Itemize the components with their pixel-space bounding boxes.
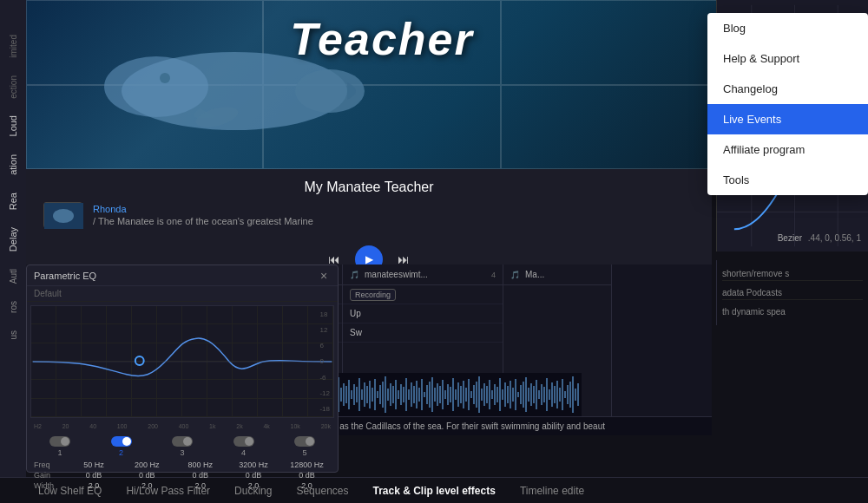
eq-preset-label: Default (34, 289, 62, 298)
eq-band-4-toggle[interactable] (233, 436, 254, 447)
svg-rect-219 (554, 386, 556, 403)
band-5-width: 2.0 (283, 481, 331, 490)
svg-rect-174 (437, 383, 438, 406)
eq-band-5-toggle[interactable] (294, 436, 315, 447)
dropdown-item-tools[interactable]: Tools (707, 165, 868, 195)
track-name-4: manateeswimt... (365, 270, 428, 279)
svg-rect-204 (515, 379, 516, 410)
svg-rect-155 (387, 389, 389, 401)
svg-rect-173 (434, 388, 436, 402)
right-item-3-label: th dynamic spea (722, 307, 786, 317)
eq-band-5-num: 5 (302, 448, 306, 457)
svg-rect-156 (390, 383, 391, 406)
up-label: Up (350, 309, 361, 318)
track-num-4: 4 (491, 271, 496, 279)
svg-rect-185 (465, 388, 467, 402)
svg-rect-206 (520, 385, 522, 404)
svg-rect-140 (348, 380, 350, 409)
svg-rect-178 (447, 384, 449, 405)
band-3-gain: 0 dB (176, 471, 224, 480)
sidebar-label-4: ation (8, 154, 18, 175)
sidebar-label-7: Autl (9, 269, 18, 284)
band-4-freq: 3200 Hz (230, 461, 278, 469)
db-n18: -18 (319, 405, 330, 413)
dropdown-item-blog[interactable]: Blog (707, 13, 868, 43)
svg-rect-169 (424, 392, 425, 397)
svg-rect-149 (372, 388, 373, 402)
tab-track-clip[interactable]: Track & Clip level effects (360, 478, 507, 504)
svg-rect-157 (392, 386, 394, 403)
svg-rect-187 (470, 391, 472, 398)
svg-rect-176 (442, 380, 444, 409)
svg-rect-161 (403, 387, 404, 402)
eq-band-2: 2 (95, 436, 148, 457)
svg-rect-168 (421, 379, 423, 410)
eq-band-5: 5 (279, 436, 331, 457)
bezier-value-label: Bezier .44, 0, 0.56, 1 (778, 233, 861, 243)
eq-band-3-num: 3 (180, 448, 184, 457)
band-1-freq: 50 Hz (69, 461, 117, 469)
band-2-width: 2.0 (123, 481, 171, 490)
right-item-1-label: shorten/remove s (722, 269, 789, 278)
svg-rect-226 (572, 376, 574, 413)
svg-rect-228 (577, 383, 579, 406)
eq-gain-row: Gain 0 dB 0 dB 0 dB 0 dB 0 dB (34, 471, 331, 480)
db-n12: -12 (319, 389, 330, 397)
svg-rect-205 (517, 392, 519, 397)
eq-band-2-toggle[interactable] (111, 436, 132, 447)
eq-band-3-toggle[interactable] (172, 436, 193, 447)
sidebar-label-3: Loud (8, 115, 18, 136)
svg-rect-214 (541, 384, 542, 405)
right-item-3: th dynamic spea (722, 305, 863, 318)
video-info: My Manatee Teacher Rhonda / The Manatee … (26, 169, 712, 239)
svg-rect-192 (483, 383, 485, 406)
eq-width-row: Width 2.0 2.0 2.0 2.0 2.0 (34, 481, 331, 490)
svg-rect-216 (546, 378, 548, 411)
svg-rect-189 (476, 382, 477, 408)
grid-cell-6 (501, 85, 738, 170)
recording-badge: Recording (350, 289, 396, 301)
svg-point-2 (104, 56, 208, 117)
dropdown-item-changelog[interactable]: Changelog (707, 74, 868, 104)
svg-rect-162 (405, 378, 407, 411)
channel-name: Rhonda (93, 204, 694, 214)
eq-title: Parametric EQ (34, 271, 96, 281)
right-item-1: shorten/remove s (722, 267, 863, 281)
dropdown-item-help[interactable]: Help & Support (707, 43, 868, 74)
eq-band-1-toggle[interactable] (49, 436, 70, 447)
svg-rect-218 (551, 382, 553, 407)
svg-rect-191 (481, 389, 483, 401)
video-section: Teacher (26, 0, 738, 169)
right-panel-items: shorten/remove s adata Podcasts th dynam… (716, 260, 868, 325)
dropdown-item-live-events[interactable]: Live Events (707, 104, 868, 134)
svg-rect-213 (538, 390, 540, 399)
tab-timeline-edit[interactable]: Timeline edite (508, 478, 596, 504)
track-name-5: Ma... (525, 270, 544, 279)
svg-rect-221 (559, 388, 561, 402)
sidebar-label-1: imited (9, 35, 18, 58)
eq-band-2-num: 2 (119, 448, 123, 457)
track-icon-4: 🎵 (350, 271, 359, 279)
svg-point-15 (53, 209, 74, 223)
svg-rect-153 (382, 382, 384, 408)
svg-rect-146 (364, 382, 365, 407)
svg-rect-223 (564, 391, 566, 398)
svg-rect-150 (374, 379, 376, 410)
bezier-value: .44, 0, 0.56, 1 (808, 233, 861, 243)
svg-rect-166 (416, 381, 418, 408)
track-row-up: Up (343, 304, 503, 323)
video-bg: Teacher (26, 0, 738, 169)
db-18: 18 (319, 310, 330, 318)
eq-band-3: 3 (156, 436, 208, 457)
freq-100: 100 (117, 423, 128, 429)
svg-rect-201 (507, 386, 509, 403)
dropdown-item-affiliate[interactable]: Affiliate program (707, 134, 868, 165)
svg-rect-141 (351, 390, 352, 399)
eq-panel: Parametric EQ × Default (26, 265, 339, 473)
svg-rect-165 (413, 386, 415, 403)
svg-rect-190 (478, 376, 480, 413)
eq-close-button[interactable]: × (317, 269, 331, 283)
dropdown-menu: Blog Help & Support Changelog Live Event… (707, 13, 868, 195)
left-sidebar: imited ection Loud ation Rea Delay Autl … (0, 0, 26, 503)
svg-rect-139 (345, 386, 347, 403)
